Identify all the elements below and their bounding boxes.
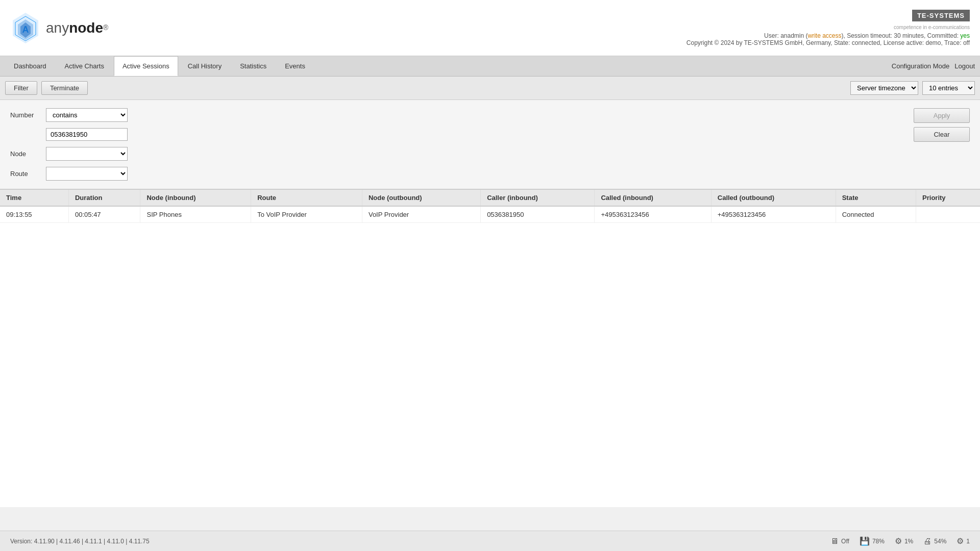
te-systems-sub: competence in e-communications (687, 24, 970, 30)
col-node-inbound: Node (inbound) (140, 190, 251, 206)
trace-label: off (963, 39, 970, 46)
filter-button[interactable]: Filter (5, 81, 37, 95)
monitor-icon: 🖥 (830, 537, 839, 546)
sessions-table: Time Duration Node (inbound) Route Node … (0, 190, 980, 223)
route-select[interactable] (46, 167, 128, 181)
cpu-label: 1% (904, 538, 913, 545)
sessions-status: ⚙ 1 (957, 536, 970, 546)
state-label: connected (852, 39, 880, 46)
route-label: Route (10, 170, 41, 178)
logo-area: A anynode® (10, 10, 108, 46)
nav-item-call-history[interactable]: Call History (179, 56, 230, 76)
nav-item-active-sessions[interactable]: Active Sessions (114, 56, 178, 76)
col-state: State (836, 190, 916, 206)
te-systems-badge: TE-SYSTEMS (912, 10, 970, 21)
toolbar: Filter Terminate Server timezone Local t… (0, 77, 980, 100)
entries-select[interactable]: 10 entries 25 entries 50 entries 100 ent… (922, 81, 975, 95)
cell-state: Connected (836, 206, 916, 223)
nav-item-events[interactable]: Events (276, 56, 314, 76)
filter-area: Number contains equals starts with ends … (0, 100, 980, 189)
col-called-inbound: Called (inbound) (595, 190, 711, 206)
config-mode-link[interactable]: Configuration Mode (892, 62, 949, 70)
cpu-icon: ⚙ (895, 536, 902, 546)
cpu-status: ⚙ 1% (895, 536, 913, 546)
table-body: 09:13:55 00:05:47 SIP Phones To VoIP Pro… (0, 206, 980, 223)
col-duration: Duration (68, 190, 140, 206)
sessions-icon: ⚙ (957, 536, 964, 546)
memory-icon: 🖨 (923, 537, 932, 546)
disk-icon: 💾 (860, 536, 870, 546)
number-label: Number (10, 111, 41, 119)
anynode-logo-icon: A (10, 10, 41, 46)
nav-item-statistics[interactable]: Statistics (231, 56, 275, 76)
table-header-row: Time Duration Node (inbound) Route Node … (0, 190, 980, 206)
username: anadmin (780, 32, 804, 39)
cell-duration: 00:05:47 (68, 206, 140, 223)
monitor-label: Off (841, 538, 849, 545)
nav-left: Dashboard Active Charts Active Sessions … (5, 56, 314, 76)
sessions-label: 1 (966, 538, 970, 545)
logout-link[interactable]: Logout (954, 62, 975, 70)
apply-button[interactable]: Apply (914, 108, 970, 123)
filter-route-row: Route (10, 167, 128, 181)
toolbar-left: Filter Terminate (5, 81, 88, 95)
logo-text: anynode® (46, 20, 108, 36)
number-operator-select[interactable]: contains equals starts with ends with (46, 108, 128, 122)
cell-route: To VoIP Provider (251, 206, 362, 223)
col-priority: Priority (916, 190, 980, 206)
nav-item-active-charts[interactable]: Active Charts (56, 56, 113, 76)
cell-node-outbound: VoIP Provider (362, 206, 480, 223)
cell-caller-inbound: 0536381950 (481, 206, 595, 223)
svg-text:A: A (22, 24, 29, 35)
col-route: Route (251, 190, 362, 206)
table-area: Time Duration Node (inbound) Route Node … (0, 189, 980, 507)
write-access-label: write access (808, 32, 842, 39)
filter-number-row: Number contains equals starts with ends … (10, 108, 128, 122)
footer-version: Version: 4.11.90 | 4.11.46 | 4.11.1 | 4.… (10, 538, 150, 545)
footer-status: 🖥 Off 💾 78% ⚙ 1% 🖨 54% ⚙ 1 (830, 536, 970, 546)
node-label: Node (10, 150, 41, 158)
col-caller-inbound: Caller (inbound) (481, 190, 595, 206)
header: A anynode® TE-SYSTEMS competence in e-co… (0, 0, 980, 56)
footer: Version: 4.11.90 | 4.11.46 | 4.11.1 | 4.… (0, 531, 980, 551)
col-node-outbound: Node (outbound) (362, 190, 480, 206)
committed-status: yes (960, 32, 970, 39)
monitor-status: 🖥 Off (830, 537, 849, 546)
cell-priority (916, 206, 980, 223)
disk-label: 78% (872, 538, 885, 545)
col-called-outbound: Called (outbound) (711, 190, 836, 206)
toolbar-right: Server timezone Local timezone 10 entrie… (850, 81, 975, 95)
cell-called-inbound: +495363123456 (595, 206, 711, 223)
copyright: Copyright © 2024 by TE-SYSTEMS GmbH, Ger… (687, 39, 970, 46)
navigation: Dashboard Active Charts Active Sessions … (0, 56, 980, 77)
number-input[interactable] (46, 128, 128, 141)
filter-actions: Apply Clear (914, 108, 970, 142)
license-label: demo (925, 39, 941, 46)
node-select[interactable] (46, 147, 128, 161)
filter-number-value-row (10, 128, 128, 141)
cell-node-inbound: SIP Phones (140, 206, 251, 223)
timezone-select[interactable]: Server timezone Local timezone (850, 81, 918, 95)
nav-right: Configuration Mode Logout (892, 62, 975, 70)
filter-node-row: Node (10, 147, 128, 161)
disk-status: 💾 78% (860, 536, 885, 546)
filter-fields: Number contains equals starts with ends … (10, 108, 128, 181)
main-content: Filter Terminate Server timezone Local t… (0, 77, 980, 507)
session-timeout: 30 minutes (894, 32, 924, 39)
header-right: TE-SYSTEMS competence in e-communication… (687, 10, 970, 46)
cell-time: 09:13:55 (0, 206, 68, 223)
memory-label: 54% (934, 538, 946, 545)
memory-status: 🖨 54% (923, 537, 946, 546)
col-time: Time (0, 190, 68, 206)
table-row: 09:13:55 00:05:47 SIP Phones To VoIP Pro… (0, 206, 980, 223)
cell-called-outbound: +495363123456 (711, 206, 836, 223)
session-info: User: anadmin (write access), Session ti… (687, 32, 970, 39)
terminate-button[interactable]: Terminate (41, 81, 88, 95)
clear-button[interactable]: Clear (914, 127, 970, 142)
nav-item-dashboard[interactable]: Dashboard (5, 56, 55, 76)
